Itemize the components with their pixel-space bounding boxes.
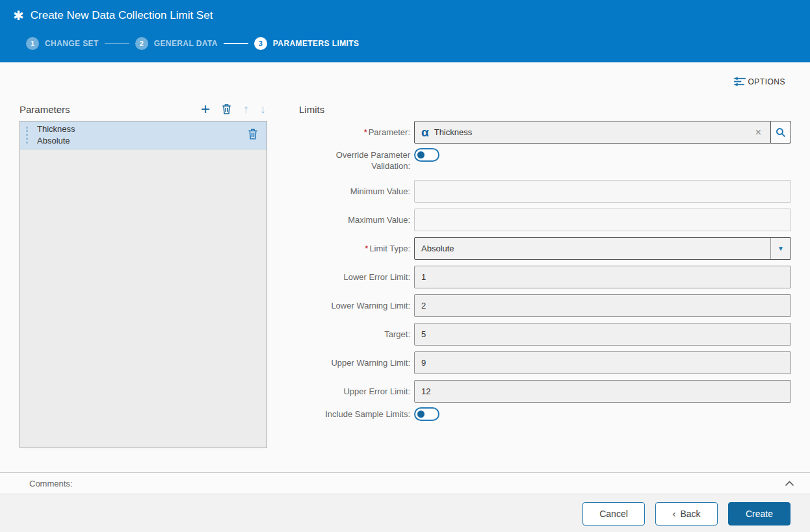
trash-icon [221, 103, 232, 115]
parameters-list: Thickness Absolute [20, 121, 267, 448]
form-row-lower-error-limit: Lower Error Limit: [299, 266, 791, 288]
upper-error-limit-input[interactable] [414, 380, 791, 403]
required-marker: * [364, 127, 367, 137]
form-row-maximum-value: Maximum Value: [299, 209, 791, 231]
limit-type-dropdown[interactable]: Absolute ▼ [414, 237, 791, 260]
add-parameter-button[interactable]: + [201, 103, 210, 116]
lower-error-limit-label: Lower Error Limit: [299, 272, 414, 283]
toggle-knob-icon [417, 151, 425, 158]
step-change-set[interactable]: 1 CHANGE SET [26, 37, 99, 50]
step-label: PARAMETERS LIMITS [273, 39, 359, 48]
upper-warning-limit-label: Upper Warning Limit: [299, 357, 414, 368]
form-row-include-sample-limits: Include Sample Limits: [299, 409, 791, 421]
dialog-header: ✱ Create New Data Collection Limit Set 1… [0, 0, 810, 62]
form-row-limit-type: *Limit Type: Absolute ▼ [299, 237, 791, 260]
minimum-value-input[interactable] [414, 180, 791, 203]
chevron-left-icon: ‹ [672, 509, 675, 518]
step-connector [224, 43, 248, 44]
search-icon [775, 127, 787, 138]
override-validation-label: Override Parameter Validation: [299, 149, 414, 171]
toggle-knob-icon [417, 411, 425, 418]
parameter-list-item[interactable]: Thickness Absolute [20, 121, 267, 149]
form-row-target: Target: [299, 323, 791, 346]
upper-error-limit-label: Upper Error Limit: [299, 386, 414, 397]
form-row-lower-warning-limit: Lower Warning Limit: [299, 294, 791, 317]
upper-warning-limit-input[interactable] [414, 351, 791, 374]
override-validation-toggle[interactable] [414, 148, 439, 162]
cancel-button[interactable]: Cancel [582, 502, 645, 526]
step-connector [105, 43, 129, 44]
lower-error-limit-input[interactable] [414, 266, 791, 288]
parameter-lookup-field[interactable]: α Thickness × [414, 121, 771, 144]
parameter-item-name: Thickness [37, 123, 75, 135]
parameter-label: *Parameter: [299, 127, 414, 138]
include-sample-limits-label: Include Sample Limits: [299, 409, 414, 420]
target-label: Target: [299, 329, 414, 340]
alpha-type-icon: α [421, 126, 429, 138]
wizard-steps: 1 CHANGE SET 2 GENERAL DATA 3 PARAMETERS… [26, 37, 359, 50]
step-label: GENERAL DATA [154, 39, 218, 48]
include-sample-limits-toggle[interactable] [414, 407, 439, 421]
maximum-value-label: Maximum Value: [299, 214, 414, 225]
limits-title: Limits [299, 97, 791, 121]
form-row-upper-warning-limit: Upper Warning Limit: [299, 351, 791, 374]
limit-type-value: Absolute [415, 244, 770, 253]
move-down-button[interactable]: ↓ [260, 103, 266, 116]
chevron-down-icon[interactable]: ▼ [770, 238, 790, 259]
parameter-search-button[interactable] [771, 121, 791, 144]
comments-section[interactable]: Comments: [0, 472, 810, 494]
collapse-comments-button[interactable] [785, 481, 794, 487]
move-up-button[interactable]: ↑ [243, 103, 249, 116]
create-button[interactable]: Create [728, 502, 790, 526]
form-row-minimum-value: Minimum Value: [299, 180, 791, 203]
form-row-parameter: *Parameter: α Thickness × [299, 121, 791, 144]
options-button[interactable]: OPTIONS [733, 77, 785, 86]
chevron-up-icon [785, 481, 794, 487]
target-input[interactable] [414, 323, 791, 346]
dialog-footer: Cancel ‹Back Create [0, 495, 810, 532]
step-parameters-limits[interactable]: 3 PARAMETERS LIMITS [254, 37, 359, 50]
form-row-upper-error-limit: Upper Error Limit: [299, 380, 791, 403]
delete-parameter-button[interactable] [221, 103, 232, 115]
minimum-value-label: Minimum Value: [299, 186, 414, 197]
form-row-override-validation: Override Parameter Validation: [299, 149, 791, 171]
parameters-panel: Parameters + ↑ ↓ Thickness Absolute [20, 97, 267, 448]
parameter-item-text: Thickness Absolute [37, 123, 75, 147]
lower-warning-limit-label: Lower Warning Limit: [299, 300, 414, 311]
options-label: OPTIONS [748, 77, 785, 86]
back-button[interactable]: ‹Back [655, 502, 718, 526]
delete-item-button[interactable] [247, 128, 259, 143]
step-label: CHANGE SET [45, 39, 99, 48]
trash-icon [247, 128, 259, 140]
parameter-item-type: Absolute [37, 135, 75, 147]
page-title: Create New Data Collection Limit Set [31, 9, 213, 22]
parameter-value: Thickness [434, 127, 753, 137]
step-number: 2 [135, 37, 148, 50]
clear-icon[interactable]: × [753, 127, 764, 138]
asterisk-icon: ✱ [13, 8, 24, 23]
required-marker: * [365, 244, 368, 253]
drag-handle-icon[interactable] [26, 127, 28, 144]
parameters-panel-title: Parameters [20, 104, 70, 115]
step-number: 1 [26, 37, 39, 50]
step-number: 3 [254, 37, 267, 50]
comments-label: Comments: [29, 479, 72, 488]
lower-warning-limit-input[interactable] [414, 294, 791, 317]
options-sliders-icon [733, 77, 746, 86]
step-general-data[interactable]: 2 GENERAL DATA [135, 37, 218, 50]
maximum-value-input[interactable] [414, 209, 791, 231]
limits-section: Limits *Parameter: α Thickness × Overrid… [299, 97, 791, 429]
limit-type-label: *Limit Type: [299, 243, 414, 254]
